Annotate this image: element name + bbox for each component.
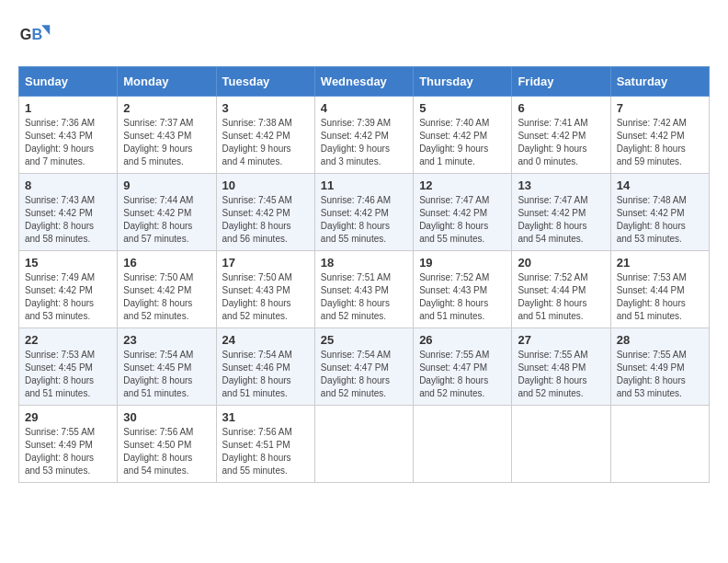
day-cell: 5Sunrise: 7:40 AM Sunset: 4:42 PM Daylig… (414, 97, 512, 174)
day-info: Sunrise: 7:55 AM Sunset: 4:49 PM Dayligh… (25, 426, 111, 477)
day-number: 10 (222, 178, 309, 192)
day-number: 11 (321, 178, 407, 192)
day-info: Sunrise: 7:55 AM Sunset: 4:48 PM Dayligh… (518, 349, 604, 400)
day-number: 2 (123, 101, 210, 115)
calendar-week-row: 29Sunrise: 7:55 AM Sunset: 4:49 PM Dayli… (19, 406, 710, 483)
day-header: Tuesday (216, 67, 314, 97)
day-cell: 4Sunrise: 7:39 AM Sunset: 4:42 PM Daylig… (314, 97, 413, 174)
day-cell: 28Sunrise: 7:55 AM Sunset: 4:49 PM Dayli… (610, 328, 709, 406)
day-number: 25 (321, 333, 407, 347)
day-number: 17 (222, 256, 309, 270)
day-info: Sunrise: 7:54 AM Sunset: 4:47 PM Dayligh… (321, 349, 407, 400)
day-cell: 2Sunrise: 7:37 AM Sunset: 4:43 PM Daylig… (118, 97, 216, 174)
day-cell: 9Sunrise: 7:44 AM Sunset: 4:42 PM Daylig… (118, 174, 216, 251)
day-cell: 26Sunrise: 7:55 AM Sunset: 4:47 PM Dayli… (414, 328, 512, 406)
day-number: 26 (419, 333, 506, 347)
day-cell: 30Sunrise: 7:56 AM Sunset: 4:50 PM Dayli… (118, 406, 216, 483)
calendar-week-row: 8Sunrise: 7:43 AM Sunset: 4:42 PM Daylig… (19, 174, 710, 251)
svg-text:G: G (20, 26, 32, 42)
day-number: 18 (321, 256, 407, 270)
day-cell: 18Sunrise: 7:51 AM Sunset: 4:43 PM Dayli… (314, 251, 413, 328)
day-info: Sunrise: 7:47 AM Sunset: 4:42 PM Dayligh… (419, 194, 506, 246)
day-number: 1 (25, 101, 111, 115)
day-cell: 1Sunrise: 7:36 AM Sunset: 4:43 PM Daylig… (19, 97, 118, 174)
empty-day-cell (414, 406, 512, 483)
day-cell: 19Sunrise: 7:52 AM Sunset: 4:43 PM Dayli… (414, 251, 512, 328)
day-header: Sunday (19, 67, 118, 97)
day-info: Sunrise: 7:52 AM Sunset: 4:43 PM Dayligh… (419, 271, 506, 323)
day-cell: 29Sunrise: 7:55 AM Sunset: 4:49 PM Dayli… (19, 406, 118, 483)
day-info: Sunrise: 7:42 AM Sunset: 4:42 PM Dayligh… (617, 117, 703, 168)
day-number: 15 (25, 256, 111, 270)
calendar-body: 1Sunrise: 7:36 AM Sunset: 4:43 PM Daylig… (19, 97, 710, 483)
day-cell: 3Sunrise: 7:38 AM Sunset: 4:42 PM Daylig… (216, 97, 314, 174)
day-cell: 20Sunrise: 7:52 AM Sunset: 4:44 PM Dayli… (512, 251, 610, 328)
day-number: 3 (222, 101, 309, 115)
day-cell: 11Sunrise: 7:46 AM Sunset: 4:42 PM Dayli… (314, 174, 413, 251)
day-info: Sunrise: 7:44 AM Sunset: 4:42 PM Dayligh… (123, 194, 210, 246)
day-cell: 22Sunrise: 7:53 AM Sunset: 4:45 PM Dayli… (19, 328, 118, 406)
day-info: Sunrise: 7:47 AM Sunset: 4:42 PM Dayligh… (518, 194, 604, 246)
day-number: 19 (419, 256, 506, 270)
day-number: 24 (222, 333, 309, 347)
day-info: Sunrise: 7:53 AM Sunset: 4:44 PM Dayligh… (617, 271, 703, 323)
day-cell: 7Sunrise: 7:42 AM Sunset: 4:42 PM Daylig… (610, 97, 709, 174)
day-info: Sunrise: 7:56 AM Sunset: 4:50 PM Dayligh… (123, 426, 210, 477)
day-info: Sunrise: 7:51 AM Sunset: 4:43 PM Dayligh… (321, 271, 407, 323)
day-info: Sunrise: 7:50 AM Sunset: 4:43 PM Dayligh… (222, 271, 309, 323)
day-number: 6 (518, 101, 604, 115)
day-cell: 8Sunrise: 7:43 AM Sunset: 4:42 PM Daylig… (19, 174, 118, 251)
day-info: Sunrise: 7:46 AM Sunset: 4:42 PM Dayligh… (321, 194, 407, 246)
day-info: Sunrise: 7:49 AM Sunset: 4:42 PM Dayligh… (25, 271, 111, 323)
day-cell: 14Sunrise: 7:48 AM Sunset: 4:42 PM Dayli… (610, 174, 709, 251)
day-cell: 13Sunrise: 7:47 AM Sunset: 4:42 PM Dayli… (512, 174, 610, 251)
day-info: Sunrise: 7:48 AM Sunset: 4:42 PM Dayligh… (617, 194, 703, 246)
logo: G B (18, 18, 55, 52)
day-info: Sunrise: 7:55 AM Sunset: 4:49 PM Dayligh… (617, 349, 703, 400)
day-number: 9 (123, 178, 210, 192)
day-number: 8 (25, 178, 111, 192)
day-number: 14 (617, 178, 703, 192)
day-info: Sunrise: 7:41 AM Sunset: 4:42 PM Dayligh… (518, 117, 604, 168)
day-number: 31 (222, 410, 309, 424)
day-header: Monday (118, 67, 216, 97)
calendar-header-row: SundayMondayTuesdayWednesdayThursdayFrid… (19, 67, 710, 97)
day-cell: 17Sunrise: 7:50 AM Sunset: 4:43 PM Dayli… (216, 251, 314, 328)
day-number: 29 (25, 410, 111, 424)
day-cell: 16Sunrise: 7:50 AM Sunset: 4:42 PM Dayli… (118, 251, 216, 328)
day-info: Sunrise: 7:53 AM Sunset: 4:45 PM Dayligh… (25, 349, 111, 400)
day-info: Sunrise: 7:39 AM Sunset: 4:42 PM Dayligh… (321, 117, 407, 168)
day-number: 4 (321, 101, 407, 115)
day-number: 5 (419, 101, 506, 115)
day-info: Sunrise: 7:36 AM Sunset: 4:43 PM Dayligh… (25, 117, 111, 168)
day-number: 16 (123, 256, 210, 270)
calendar-week-row: 15Sunrise: 7:49 AM Sunset: 4:42 PM Dayli… (19, 251, 710, 328)
day-header: Saturday (610, 67, 709, 97)
day-number: 7 (617, 101, 703, 115)
logo-icon: G B (18, 18, 51, 52)
day-cell: 12Sunrise: 7:47 AM Sunset: 4:42 PM Dayli… (414, 174, 512, 251)
calendar-week-row: 22Sunrise: 7:53 AM Sunset: 4:45 PM Dayli… (19, 328, 710, 406)
day-number: 23 (123, 333, 210, 347)
day-info: Sunrise: 7:45 AM Sunset: 4:42 PM Dayligh… (222, 194, 309, 246)
calendar-week-row: 1Sunrise: 7:36 AM Sunset: 4:43 PM Daylig… (19, 97, 710, 174)
day-info: Sunrise: 7:40 AM Sunset: 4:42 PM Dayligh… (419, 117, 506, 168)
day-number: 28 (617, 333, 703, 347)
day-info: Sunrise: 7:55 AM Sunset: 4:47 PM Dayligh… (419, 349, 506, 400)
day-number: 30 (123, 410, 210, 424)
day-info: Sunrise: 7:37 AM Sunset: 4:43 PM Dayligh… (123, 117, 210, 168)
day-cell: 31Sunrise: 7:56 AM Sunset: 4:51 PM Dayli… (216, 406, 314, 483)
day-cell: 24Sunrise: 7:54 AM Sunset: 4:46 PM Dayli… (216, 328, 314, 406)
day-info: Sunrise: 7:38 AM Sunset: 4:42 PM Dayligh… (222, 117, 309, 168)
day-header: Wednesday (314, 67, 413, 97)
calendar-table: SundayMondayTuesdayWednesdayThursdayFrid… (18, 66, 710, 483)
page-header: G B (18, 18, 710, 52)
day-cell: 21Sunrise: 7:53 AM Sunset: 4:44 PM Dayli… (610, 251, 709, 328)
empty-day-cell (610, 406, 709, 483)
day-number: 22 (25, 333, 111, 347)
day-number: 13 (518, 178, 604, 192)
empty-day-cell (314, 406, 413, 483)
day-info: Sunrise: 7:43 AM Sunset: 4:42 PM Dayligh… (25, 194, 111, 246)
svg-text:B: B (31, 26, 42, 42)
day-number: 21 (617, 256, 703, 270)
